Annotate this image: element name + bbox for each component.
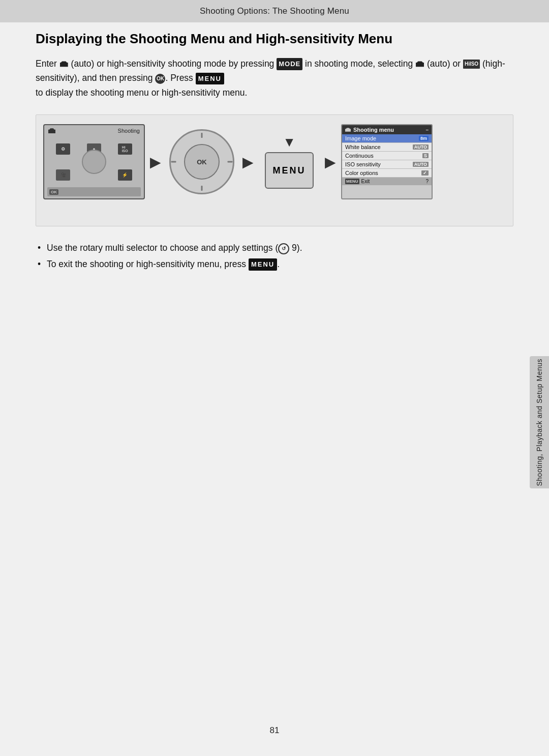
smenu-footer-help: ?: [425, 179, 429, 184]
camera-lcd-screen: Shooting ⚙ ● HiISO 🎥 ⚡: [43, 124, 145, 199]
rotary-ok-label: OK: [184, 144, 220, 180]
smenu-header-dash: –: [425, 127, 429, 133]
menu-button-wrapper: ▼ MENU: [265, 135, 314, 189]
smenu-row-image-mode: Image mode 8m: [342, 134, 432, 143]
arrow-2: ▶: [242, 154, 254, 170]
smenu-header: Shooting menu –: [342, 125, 432, 134]
smenu-footer: MENU Exit ?: [342, 178, 432, 185]
smenu-row-white-balance: White balance AUTO: [342, 143, 432, 152]
tick-top: [201, 133, 203, 138]
screen-bottom-bar: OK: [47, 187, 141, 196]
rotary-ref-icon: ↺: [278, 243, 289, 254]
smenu-badge-color: ✓: [421, 170, 429, 176]
screen-shooting-label: Shooting: [118, 128, 140, 134]
bullet-item-2: To exit the shooting or high-sensitivity…: [36, 257, 513, 272]
tick-bottom: [201, 186, 203, 191]
smenu-label-color: Color options: [345, 170, 378, 176]
page-number: 81: [270, 725, 280, 736]
tick-right: [228, 161, 233, 163]
screen-top-bar: Shooting: [48, 128, 140, 134]
menu-button-rect: MENU: [265, 152, 314, 189]
screen-camera-icon: [48, 128, 55, 134]
diagram-container: Shooting ⚙ ● HiISO 🎥 ⚡: [36, 114, 513, 226]
smenu-footer-badge: MENU: [345, 179, 359, 184]
screen-center-circle: [82, 150, 106, 174]
header-bar: Shooting Options: The Shooting Menu: [0, 0, 549, 22]
menu-badge-bullet: MENU: [249, 258, 277, 271]
smenu-label-iso: ISO sensitivity: [345, 161, 381, 167]
bullet-item-1: Use the rotary multi selector to choose …: [36, 241, 513, 256]
screen-icon-4: 🎥: [56, 169, 70, 181]
intro-paragraph: Enter (auto) or high-sensitivity shootin…: [36, 56, 513, 101]
section-title: Displaying the Shooting Menu and High-se…: [36, 31, 513, 47]
screen-icon-1: ⚙: [56, 143, 70, 155]
arrow-3: ▶: [325, 154, 336, 170]
smenu-badge-continuous: S: [422, 153, 429, 158]
rotary-outer: OK: [169, 129, 234, 194]
arrow-1: ▶: [150, 154, 161, 170]
camera-icon-auto: [60, 61, 68, 67]
shooting-menu-screenshot: Shooting menu – Image mode 8m White bala…: [341, 124, 433, 199]
screen-icon-3: HiISO: [118, 143, 132, 155]
smenu-label-white-balance: White balance: [345, 144, 381, 150]
mode-button-badge: MODE: [277, 58, 302, 70]
smenu-badge-white-balance: AUTO: [413, 144, 429, 150]
smenu-badge-iso: AUTO: [413, 162, 429, 167]
menu-badge-intro: MENU: [196, 73, 224, 84]
ok-button-inline: OK: [155, 74, 165, 84]
smenu-row-color: Color options ✓: [342, 169, 432, 178]
smenu-label-continuous: Continuous: [345, 153, 374, 159]
smenu-label-image-mode: Image mode: [345, 135, 376, 141]
smenu-row-continuous: Continuous S: [342, 152, 432, 160]
smenu-badge-image-mode: 8m: [419, 136, 429, 141]
smenu-header-title: Shooting menu: [353, 127, 394, 133]
menu-down-arrow: ▼: [265, 135, 314, 150]
tick-left: [171, 161, 176, 163]
hiso-badge: HiISO: [463, 60, 480, 69]
smenu-header-camera-icon: [345, 128, 351, 132]
screen-ok-badge: OK: [49, 189, 58, 195]
main-content: Displaying the Shooting Menu and High-se…: [0, 0, 549, 294]
header-title: Shooting Options: The Shooting Menu: [200, 6, 349, 16]
screen-icon-5: ⚡: [118, 169, 132, 181]
diagram-row: Shooting ⚙ ● HiISO 🎥 ⚡: [43, 124, 506, 199]
camera-icon-select: [416, 61, 424, 67]
menu-button-box: ▼ MENU: [259, 136, 320, 187]
rotary-dial: OK: [166, 124, 237, 199]
smenu-row-iso: ISO sensitivity AUTO: [342, 160, 432, 169]
menu-button-text: MENU: [273, 165, 306, 176]
sidebar-tab-text: Shooting, Playback and Setup Menus: [535, 359, 543, 486]
bullet-list: Use the rotary multi selector to choose …: [36, 241, 513, 272]
sidebar-tab: Shooting, Playback and Setup Menus: [530, 356, 549, 488]
smenu-footer-text: Exit: [361, 179, 370, 184]
